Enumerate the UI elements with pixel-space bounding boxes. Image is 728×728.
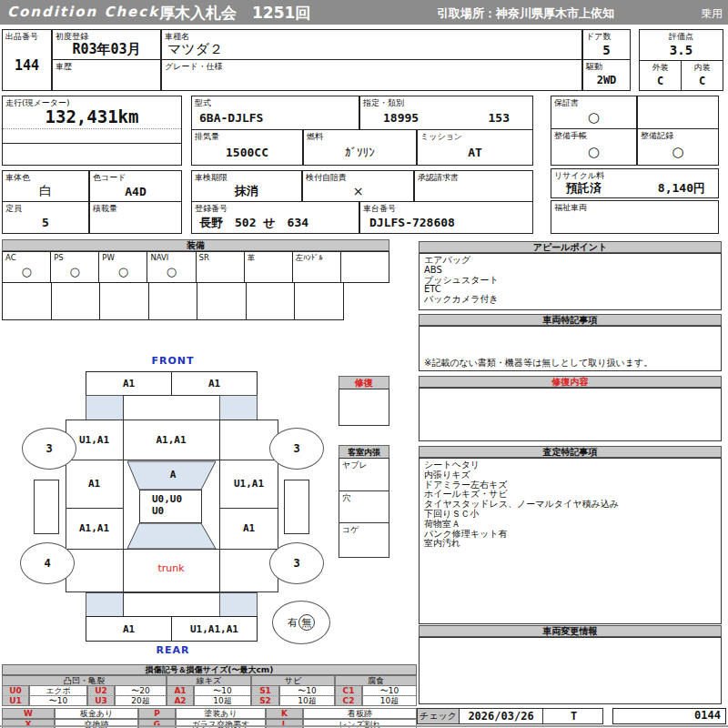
insurance-box: 検付自賠責 × bbox=[302, 170, 414, 202]
cabin-lining-header: 客室内張 bbox=[339, 445, 389, 459]
spare-tire-indicator: 有 無 bbox=[272, 601, 330, 644]
color-code-value: A4D bbox=[90, 182, 181, 200]
doors-value: 5 bbox=[583, 41, 630, 58]
check-inspector: T bbox=[543, 709, 604, 723]
repair-content-box bbox=[419, 388, 722, 441]
rocker-left bbox=[34, 480, 59, 534]
appeal-item: バックカメラ付き bbox=[424, 295, 716, 305]
appeal-item: ABS bbox=[424, 266, 716, 276]
trunk-label: trunk bbox=[123, 549, 219, 587]
recycle-fee-box: リサイクル料 預託済 8,140円 bbox=[551, 168, 719, 198]
equipment-header: 装備 bbox=[2, 239, 389, 251]
hood-damage: A1,A1 bbox=[123, 420, 219, 460]
equipment-row: AC ○ PS ○ PW ○ NAVI ○ SR 革 左ﾊﾝﾄﾞﾙ bbox=[2, 251, 389, 283]
fuel-box: 燃料 ｶﾞｿﾘﾝ bbox=[303, 129, 417, 166]
registration-number-box: 登録番号 長野 502 せ 634 bbox=[191, 201, 359, 234]
equipment-cell-extra bbox=[341, 252, 389, 282]
appeal-header: アピールポイント bbox=[419, 241, 722, 253]
equipment-cell-pw: PW ○ bbox=[99, 252, 147, 282]
equipment-cell-navi: NAVI ○ bbox=[147, 252, 196, 282]
grade-box: グレード・仕様 bbox=[161, 59, 582, 91]
equipment-cell-ps: PS ○ bbox=[51, 252, 99, 282]
history-box: 車歴 bbox=[52, 59, 161, 91]
quarter-rear-right-damage: A1 bbox=[219, 508, 278, 549]
load-capacity-box: 積載量 bbox=[89, 201, 182, 234]
legend-title: 損傷記号＆損傷サイズ(〜最大cm) bbox=[2, 664, 417, 675]
check-date: 2026/03/26 bbox=[460, 709, 543, 723]
equipment-cell-lhd: 左ﾊﾝﾄﾞﾙ bbox=[293, 252, 341, 282]
repair-mini-header: 修復 bbox=[339, 376, 389, 389]
model-code-box: 型式 6BA-DJLFS bbox=[191, 96, 359, 130]
auction-title: 厚木入札会 1251回 bbox=[159, 3, 310, 24]
cowl-corner-right bbox=[219, 395, 258, 420]
assessment-item: 荷物室Ａ bbox=[424, 520, 716, 530]
roof-damage-box: U0,U0 U0 bbox=[139, 490, 202, 523]
rear-bumper-right-damage: U1,A1,A1 bbox=[172, 617, 257, 641]
check-number: 0144 bbox=[612, 708, 726, 724]
body-color-box: 車体色 白 bbox=[2, 170, 89, 202]
assessment-box: シートヘタリ 内張りキズ ドアミラー左右キズ ホイールキズ・サビ タイヤスタッド… bbox=[419, 458, 722, 624]
maintenance-record-box: 整備記録 ○ bbox=[637, 128, 719, 166]
appeal-item: エアバッグ bbox=[424, 256, 716, 266]
chassis-number-box: 車台番号 DJLFS-728608 bbox=[359, 201, 533, 234]
warranty-value: ○ bbox=[551, 107, 636, 127]
assessment-item: パンク修理キット有 bbox=[424, 530, 716, 540]
rear-center bbox=[123, 592, 220, 617]
wheel-rear-left: 4 bbox=[20, 542, 75, 584]
exterior-grade-value: C bbox=[640, 71, 681, 90]
bottom-border bbox=[0, 725, 728, 727]
rear-bumper: A1 U1,A1,A1 bbox=[86, 616, 258, 642]
interior-grade-value: C bbox=[682, 71, 723, 90]
cowl-corner-left bbox=[86, 395, 124, 420]
mileage-box: 走行(現メーター) 132,431km bbox=[2, 96, 182, 166]
title-bar: Condition Check 厚木入札会 1251回 引取場所：神奈川県厚木市… bbox=[0, 0, 728, 25]
special-notes-box: ※記載のない書類・機器等は無しとして取り扱います。 bbox=[419, 326, 722, 371]
recycle-status: 預託済 bbox=[566, 180, 602, 197]
legend-row-2: U1 〜10 U3 20超 A2 10超 S2 10超 C2 10超 bbox=[2, 695, 417, 706]
condition-check-sheet: Condition Check 厚木入札会 1251回 引取場所：神奈川県厚木市… bbox=[0, 0, 728, 728]
rocker-right bbox=[284, 480, 309, 534]
roof-damage-line1: U0,U0 bbox=[152, 493, 201, 505]
rear-corner-right bbox=[219, 592, 258, 617]
insurance-value: × bbox=[303, 182, 413, 200]
windshield-damage: A bbox=[127, 461, 218, 487]
maintenance-book-value: ○ bbox=[551, 140, 636, 164]
first-registration-value: R03年03月 bbox=[53, 41, 160, 58]
transmission-box: ミッション AT bbox=[417, 129, 533, 166]
drive-box: 駆動 2WD bbox=[582, 59, 631, 91]
model-name-box: 車種名 マツダ２ bbox=[161, 29, 582, 60]
wheel-rear-right: 3 bbox=[269, 542, 324, 584]
capacity-box: 定員 5 bbox=[2, 201, 89, 234]
cowl-center bbox=[123, 395, 220, 420]
lot-number-value: 144 bbox=[3, 41, 51, 89]
assessment-header: 査定特記事項 bbox=[419, 446, 722, 458]
lot-number-box: 出品番号 144 bbox=[2, 29, 52, 91]
registration-number-value: 長野 502 せ 634 bbox=[192, 213, 359, 232]
doors-box: ドア数 5 bbox=[582, 29, 631, 60]
load-capacity-value bbox=[90, 213, 181, 232]
drive-value: 2WD bbox=[583, 71, 630, 89]
vehicle-category: 乗用 bbox=[701, 6, 723, 22]
rear-corner-left bbox=[86, 592, 124, 617]
cabin-lining-tear: ヤブレ bbox=[339, 458, 389, 491]
approval-box: 承認請求書 bbox=[414, 170, 533, 202]
mileage-extra-row bbox=[3, 129, 181, 144]
check-row: チェック 2026/03/26 T bbox=[417, 708, 603, 724]
displacement-box: 排気量 1500CC bbox=[191, 129, 303, 166]
chassis-number-value: DJLFS-728608 bbox=[360, 213, 532, 232]
door-left-damage: A1 bbox=[66, 460, 123, 508]
front-bumper-left-damage: A1 bbox=[86, 372, 172, 395]
displacement-value: 1500CC bbox=[192, 141, 302, 164]
transmission-value: AT bbox=[418, 141, 532, 164]
class-value-2: 153 bbox=[489, 111, 510, 125]
equipment-row-2 bbox=[2, 282, 344, 320]
change-info-box bbox=[419, 637, 722, 704]
repair-content-header: 修復内容 bbox=[419, 376, 722, 388]
welfare-vehicle-box: 福祉車両 bbox=[551, 200, 719, 234]
pickup-location: 引取場所：神奈川県厚木市上依知 bbox=[437, 5, 614, 22]
door-right-damage: U1,A1 bbox=[219, 460, 278, 508]
mileage-value: 132,431km bbox=[3, 105, 181, 127]
special-notes-text: ※記載のない書類・機器等は無しとして取り扱います。 bbox=[424, 359, 716, 369]
assessment-item: 室内汚れ bbox=[424, 539, 716, 549]
diagram-front-label: FRONT bbox=[132, 355, 214, 367]
